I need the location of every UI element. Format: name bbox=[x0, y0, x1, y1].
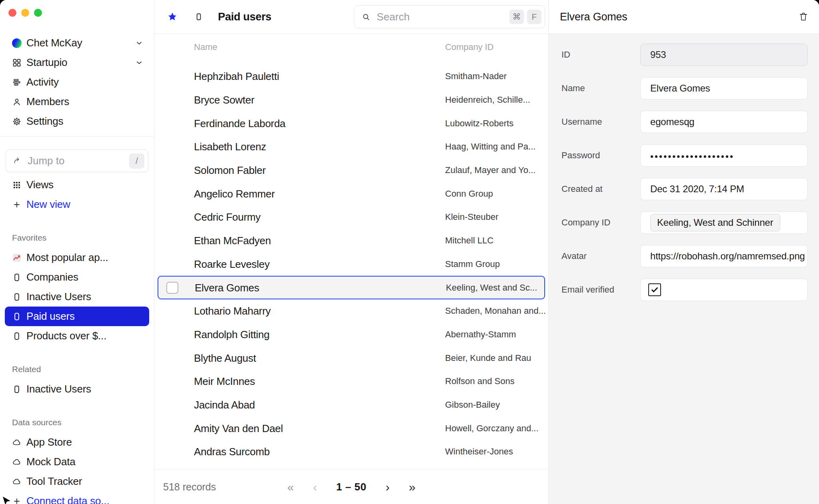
table-icon bbox=[12, 273, 22, 282]
table-row[interactable]: Blythe AugustBeier, Kunde and Rau bbox=[158, 346, 545, 370]
workspace-menu[interactable]: Startupio bbox=[0, 53, 154, 72]
account-menu[interactable]: Chet McKay bbox=[0, 33, 154, 53]
delete-record-button[interactable] bbox=[798, 12, 809, 22]
section-label: Favorites bbox=[0, 233, 154, 243]
cell-company-id: Lubowitz-Roberts bbox=[445, 118, 513, 129]
favorite-star-icon[interactable] bbox=[167, 12, 178, 22]
sidebar-item-label: Connect data so... bbox=[26, 495, 109, 504]
new-view-button[interactable]: New view bbox=[0, 195, 154, 214]
table-row[interactable]: Cedric FourmyKlein-Steuber bbox=[158, 205, 545, 229]
chevron-down-icon bbox=[135, 58, 144, 67]
first-page-button[interactable]: « bbox=[287, 481, 294, 493]
cell-name: Roarke Levesley bbox=[194, 258, 270, 270]
sidebar-item-connect-data-so[interactable]: Connect data so... bbox=[0, 491, 154, 504]
cell-name: Cedric Fourmy bbox=[194, 211, 261, 223]
record-count: 518 records bbox=[163, 481, 216, 493]
field-input-avatar[interactable]: https://robohash.org/namremsed.png bbox=[640, 245, 808, 267]
checkbox-checked[interactable] bbox=[648, 283, 661, 296]
mouse-cursor bbox=[0, 494, 15, 504]
close-window-button[interactable] bbox=[8, 9, 16, 17]
cell-company-id: Keeling, West and Sc... bbox=[446, 283, 537, 293]
record-header: Elvera Gomes bbox=[549, 0, 819, 34]
table-row-selected[interactable]: Elvera GomesKeeling, West and Sc... bbox=[158, 276, 545, 299]
chevron-down-icon bbox=[135, 39, 144, 48]
sidebar-item-tool-tracker[interactable]: Tool Tracker bbox=[0, 472, 154, 491]
search-input[interactable]: Search ⌘ F bbox=[354, 5, 545, 28]
chart-icon bbox=[12, 253, 22, 263]
table-row[interactable]: Lisabeth LorenzHaag, Witting and Pa... bbox=[158, 135, 545, 159]
sidebar-section-data-sources: Data sourcesApp StoreMock DataTool Track… bbox=[0, 417, 154, 504]
sidebar-item-settings[interactable]: Settings bbox=[0, 112, 154, 131]
sidebar-section-related: RelatedInactive Users bbox=[0, 364, 154, 399]
field-label: Password bbox=[561, 150, 600, 161]
sidebar-item-inactive-users[interactable]: Inactive Users bbox=[0, 287, 154, 307]
cell-name: Lothario Maharry bbox=[194, 305, 271, 317]
table-row[interactable]: Bryce SowterHeidenreich, Schille... bbox=[158, 88, 545, 112]
search-icon bbox=[362, 12, 371, 22]
plus-icon bbox=[12, 200, 22, 209]
sidebar-item-most-popular-ap[interactable]: Most popular ap... bbox=[0, 248, 154, 267]
minimize-window-button[interactable] bbox=[21, 9, 29, 17]
field-input-email-verified[interactable] bbox=[640, 279, 808, 301]
field-input-password[interactable]: ••••••••••••••••••• bbox=[640, 144, 808, 167]
sidebar-item-app-store[interactable]: App Store bbox=[0, 432, 154, 452]
cloud-icon bbox=[12, 457, 22, 467]
app-window: Chet McKay Startupio Activity bbox=[0, 0, 819, 504]
zoom-window-button[interactable] bbox=[34, 9, 42, 17]
field-input-company-id[interactable]: Keeling, West and Schinner bbox=[640, 211, 808, 234]
sidebar-item-activity[interactable]: Activity bbox=[0, 72, 154, 92]
field-input-username[interactable]: egomesqg bbox=[640, 111, 808, 133]
slash-shortcut-badge: / bbox=[129, 153, 144, 169]
jump-to-input[interactable]: Jump to / bbox=[6, 149, 148, 172]
table-row[interactable]: Ethan McFadyenMitchell LLC bbox=[158, 229, 545, 253]
cell-company-id: Mitchell LLC bbox=[445, 235, 493, 246]
f-key-badge: F bbox=[527, 10, 541, 24]
cell-company-id: Schaden, Monahan and... bbox=[445, 306, 546, 316]
sidebar-divider bbox=[0, 136, 154, 137]
sidebar-section-favorites: FavoritesMost popular ap...CompaniesInac… bbox=[0, 233, 154, 346]
previous-page-button[interactable]: ‹ bbox=[313, 481, 317, 493]
sidebar-item-products-over[interactable]: Products over $... bbox=[0, 326, 154, 346]
cell-name: Bryce Sowter bbox=[194, 94, 254, 106]
table-row[interactable]: Randolph GittingAbernathy-Stamm bbox=[158, 323, 545, 347]
cell-company-id: Conn Group bbox=[445, 189, 493, 199]
record-detail-panel: Elvera Gomes ID953NameElvera GomesUserna… bbox=[549, 0, 819, 504]
table-row[interactable]: Hephzibah PaulettiSmitham-Nader bbox=[158, 65, 545, 88]
column-header-name[interactable]: Name bbox=[194, 42, 217, 52]
sidebar-item-views[interactable]: Views bbox=[0, 175, 154, 195]
column-header-company-id[interactable]: Company ID bbox=[445, 42, 493, 52]
table-body: Hephzibah PaulettiSmitham-NaderBryce Sow… bbox=[154, 65, 548, 469]
field-label: Avatar bbox=[561, 251, 587, 261]
table-row[interactable]: Lothario MaharrySchaden, Monahan and... bbox=[158, 299, 545, 323]
cmd-key-badge: ⌘ bbox=[509, 10, 524, 24]
last-page-button[interactable]: » bbox=[409, 481, 415, 493]
sidebar-item-companies[interactable]: Companies bbox=[0, 267, 154, 287]
field-input-name[interactable]: Elvera Gomes bbox=[640, 77, 808, 100]
table-row[interactable]: Roarke LevesleyStamm Group bbox=[158, 253, 545, 276]
table-header-row: Name Company ID bbox=[154, 34, 548, 65]
field-input-created-at[interactable]: Dec 31 2020, 7:14 PM bbox=[640, 178, 808, 200]
table-icon bbox=[12, 292, 22, 302]
sidebar-item-paid-users[interactable]: Paid users bbox=[5, 307, 149, 326]
next-page-button[interactable]: › bbox=[386, 481, 390, 493]
field-label: Created at bbox=[561, 184, 603, 194]
table-row[interactable]: Angelico RemmerConn Group bbox=[158, 182, 545, 205]
avatar bbox=[12, 38, 22, 48]
jump-arrow-icon bbox=[13, 156, 22, 166]
row-checkbox[interactable] bbox=[166, 282, 178, 294]
table-row[interactable]: Amity Van den DaelHowell, Gorczany and..… bbox=[158, 416, 545, 440]
table-row[interactable]: Andras SurcombWintheiser-Jones bbox=[158, 440, 545, 464]
field-label: Email verified bbox=[561, 285, 614, 295]
table-row[interactable]: Jacinda AbadGibson-Bailey bbox=[158, 393, 545, 417]
sidebar-item-inactive-users[interactable]: Inactive Users bbox=[0, 379, 154, 399]
sidebar-item-members[interactable]: Members bbox=[0, 92, 154, 112]
sidebar-item-label: Inactive Users bbox=[26, 383, 91, 395]
table-row[interactable]: Solomon FablerZulauf, Mayer and Yo... bbox=[158, 159, 545, 182]
table-row[interactable]: Meir McInnesRolfson and Sons bbox=[158, 370, 545, 393]
sidebar-item-mock-data[interactable]: Mock Data bbox=[0, 452, 154, 472]
company-tag[interactable]: Keeling, West and Schinner bbox=[650, 214, 780, 231]
cell-company-id: Heidenreich, Schille... bbox=[445, 95, 530, 105]
view-header: Paid users Search ⌘ F bbox=[154, 0, 548, 34]
record-fields: ID953NameElvera GomesUsernameegomesqgPas… bbox=[549, 34, 819, 312]
table-row[interactable]: Ferdinande LabordaLubowitz-Roberts bbox=[158, 112, 545, 135]
